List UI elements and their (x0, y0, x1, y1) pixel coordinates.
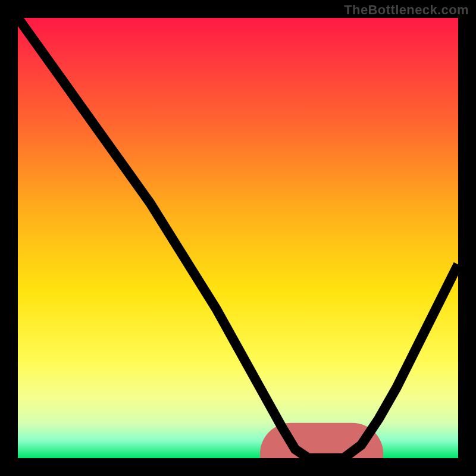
watermark-text: TheBottleneck.com (344, 2, 469, 18)
chart-frame: TheBottleneck.com (0, 0, 476, 476)
bottleneck-curve (18, 18, 458, 458)
plot-area (18, 18, 458, 458)
curve-svg (18, 18, 458, 458)
